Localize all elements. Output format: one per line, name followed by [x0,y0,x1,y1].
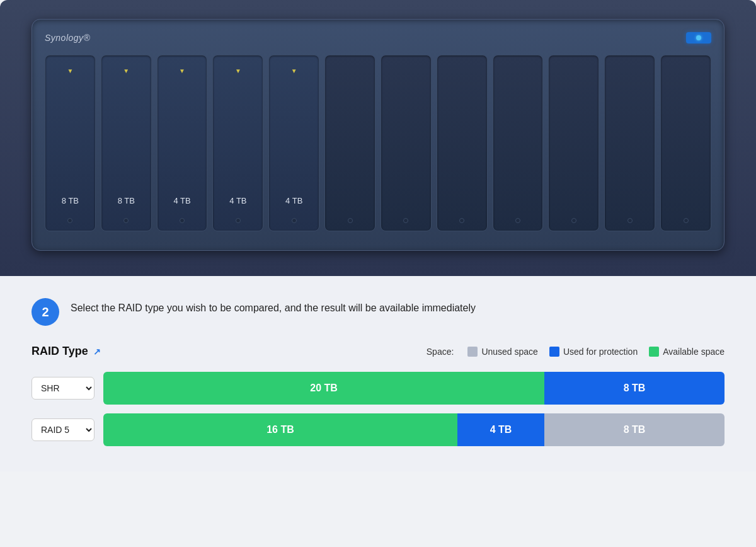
raid-select-shr[interactable]: SHRSHR-2RAID 0RAID 1RAID 5RAID 6RAID 10 [32,377,94,400]
drive-notch-1 [67,218,72,223]
drive-notch-7 [403,218,408,223]
bar-available-raid5: 16 TB [103,413,457,446]
drive-notch-6 [348,218,353,223]
drive-notch-12 [684,218,689,223]
drive-notch-4 [236,218,241,223]
drive-notch-10 [571,218,576,223]
drive-notch-5 [292,218,297,223]
drive-capacity-3: 4 TB [173,196,190,205]
instruction-row: 2 Select the RAID type you wish to be co… [32,298,724,326]
space-legend: Space: Unused space Used for protection … [427,347,724,357]
unused-swatch [467,347,478,357]
drive-capacity-5: 4 TB [285,196,302,205]
drive-bay-11 [604,55,655,231]
drive-bay-12 [660,55,711,231]
drive-bay-10 [548,55,599,231]
drive-notch-2 [123,218,129,223]
drive-indicator-4 [235,64,241,71]
raid-row-shr: SHRSHR-2RAID 0RAID 1RAID 5RAID 6RAID 102… [32,372,724,405]
drive-bay-9 [493,55,544,231]
legend-available: Available space [649,347,724,357]
drive-capacity-4: 4 TB [229,196,246,205]
bar-unused-raid5: 8 TB [544,413,724,446]
bar-protection-shr: 8 TB [544,372,724,405]
external-link-icon[interactable]: ↗ [93,347,101,357]
power-button[interactable] [686,32,711,43]
raid-bar-shr: 20 TB8 TB [103,372,724,405]
legend-protection: Used for protection [549,347,638,357]
drive-indicator-3 [179,64,185,71]
drive-capacity-1: 8 TB [62,196,79,205]
bar-available-shr: 20 TB [103,372,544,405]
drive-bay-3: 4 TB [157,55,208,231]
legend-unused: Unused space [467,347,538,357]
power-led [696,35,701,40]
step-badge: 2 [32,298,59,326]
raid-type-label: RAID Type ↗ [32,345,170,358]
legend-row: RAID Type ↗ Space: Unused space Used for… [32,345,724,358]
drive-indicator-5 [291,64,297,71]
drive-bay-7 [381,55,432,231]
drive-capacity-2: 8 TB [118,196,135,205]
raid-rows: SHRSHR-2RAID 0RAID 1RAID 5RAID 6RAID 102… [32,372,724,446]
drive-notch-11 [627,218,633,223]
instruction-text: Select the RAID type you wish to be comp… [71,298,476,316]
drive-indicator-2 [123,64,129,71]
drive-bay-2: 8 TB [101,55,152,231]
raid-select-raid5[interactable]: SHRSHR-2RAID 0RAID 1RAID 5RAID 6RAID 10 [32,418,94,441]
drive-notch-9 [515,218,520,223]
raid-bar-raid5: 16 TB4 TB8 TB [103,413,724,446]
drive-notch-3 [180,218,185,223]
drive-bay-1: 8 TB [45,55,96,231]
nas-chassis: Synology® 8 TB8 TB4 TB4 TB4 TB [32,19,724,251]
drive-bay-6 [324,55,375,231]
drive-bay-4: 4 TB [212,55,263,231]
raid-row-raid5: SHRSHR-2RAID 0RAID 1RAID 5RAID 6RAID 101… [32,413,724,446]
nas-section: Synology® 8 TB8 TB4 TB4 TB4 TB [0,0,756,276]
nas-top-bar: Synology® [45,32,711,43]
available-swatch [649,347,659,357]
brand-logo: Synology® [45,33,90,43]
drive-bays: 8 TB8 TB4 TB4 TB4 TB [45,55,711,231]
drive-indicator-1 [67,64,73,71]
drive-notch-8 [459,218,464,223]
drive-bay-5: 4 TB [268,55,319,231]
protection-swatch [549,347,559,357]
lower-section: 2 Select the RAID type you wish to be co… [0,276,756,471]
bar-protection-raid5: 4 TB [457,413,544,446]
drive-bay-8 [437,55,488,231]
